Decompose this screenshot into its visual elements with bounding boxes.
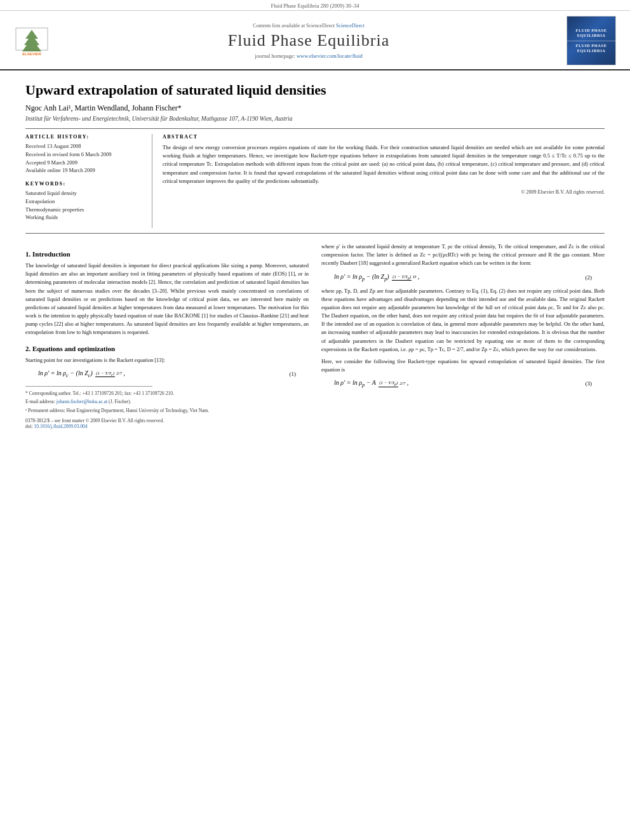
eq1-fraction: (1 − T/Tc) — [95, 370, 115, 377]
article-meta-section: Article history: Received 13 August 2008… — [25, 128, 605, 234]
history-content: Received 13 August 2008 Received in revi… — [25, 142, 142, 175]
eq1-power: (1 − T/Tc) 2/7 — [94, 370, 122, 377]
section1-heading: 1. Introduction — [25, 250, 309, 258]
keyword-2: Extrapolation — [25, 197, 142, 206]
eq3-lhs: ln ρ′ = ln ρp − A — [334, 379, 376, 386]
equation-1-number: (1) — [290, 371, 297, 377]
journal-header: ELSEVIER Contents lists available at Sci… — [0, 11, 630, 70]
article-history: Article history: Received 13 August 2008… — [25, 134, 142, 175]
article-keywords: Keywords: Saturated liquid density Extra… — [25, 181, 142, 222]
received-date: Received 13 August 2008 — [25, 142, 142, 150]
eq1-comma: , — [123, 370, 125, 377]
eq3-fraction: (1 − T/Tp) — [379, 380, 398, 387]
equation-3-content: ln ρ′ = ln ρp − A (1 − T/Tp) 2/7 , — [334, 379, 408, 388]
elsevier-logo-area: ELSEVIER — [13, 25, 51, 57]
journal-title: Fluid Phase Equilibria — [51, 31, 566, 50]
svg-marker-1 — [22, 30, 41, 51]
article-title: Upward extrapolation of saturated liquid… — [25, 82, 605, 98]
journal-cover-area: FLUID PHASEEQUILIBRIA FLUID PHASEEQUILIB… — [566, 16, 617, 65]
equation-1-block: ln ρ′ = ln ρc − (ln Zc) (1 − T/Tc) 2/7 ,… — [38, 370, 296, 378]
issn-doi-bar: 0378-3812/$ – see front matter © 2009 El… — [25, 418, 309, 429]
section2-right-p1: where ρ′ is the saturated liquid density… — [321, 243, 605, 268]
abstract-panel: ABSTRACT The design of new energy conver… — [152, 134, 605, 228]
equation-3-number: (3) — [586, 380, 593, 387]
revised-date: Received in revised form 6 March 2009 — [25, 150, 142, 159]
eq3-comma: , — [407, 379, 409, 386]
section2-heading: 2. Equations and optimization — [25, 345, 309, 352]
equation-3-block: ln ρ′ = ln ρp − A (1 − T/Tp) 2/7 , (3) — [334, 379, 592, 388]
article-affiliation: Institut für Verfahrens- und Energietech… — [25, 116, 605, 122]
journal-homepage-link[interactable]: www.elsevier.com/locate/fluid — [297, 53, 363, 59]
equation-2-content: ln ρ′ = ln ρp − (ln Zp) (1 − T/Tp) D , — [334, 273, 419, 282]
body-right-column: where ρ′ is the saturated liquid density… — [321, 243, 605, 429]
section2-right-p2: where ρp, Tp, D, and Zp are four adjusta… — [321, 287, 605, 354]
keyword-3: Thermodynamic properties — [25, 206, 142, 214]
equation-2-block: ln ρ′ = ln ρp − (ln Zp) (1 − T/Tp) D , (… — [334, 273, 592, 282]
eq1-exponent: 2/7 — [116, 371, 122, 376]
elsevier-logo-icon: ELSEVIER — [13, 25, 51, 57]
eq2-fraction: (1 − T/Tp) — [392, 274, 412, 281]
footnote-email-link[interactable]: johann.fischer@boku.ac.at — [57, 399, 107, 404]
doi-text: doi: 10.1016/j.fluid.2009.03.004 — [25, 423, 309, 429]
online-date: Available online 19 March 2009 — [25, 166, 142, 175]
abstract-label: ABSTRACT — [163, 134, 605, 140]
section2-paragraph1: Starting point for our investigations is… — [25, 356, 309, 364]
eq2-comma: , — [418, 273, 420, 280]
article-info-panel: Article history: Received 13 August 2008… — [25, 134, 152, 228]
journal-title-area: Contents lists available at ScienceDirec… — [51, 23, 566, 59]
article-authors: Ngoc Anh Lai¹, Martin Wendland, Johann F… — [25, 103, 605, 113]
eq2-power: (1 − T/Tp) D — [391, 274, 416, 281]
sciencedirect-link[interactable]: ScienceDirect — [336, 23, 365, 29]
journal-citation: Fluid Phase Equilibria 280 (2009) 30–34 — [0, 0, 630, 11]
main-content: Upward extrapolation of saturated liquid… — [0, 70, 630, 442]
equation-1-content: ln ρ′ = ln ρc − (ln Zc) (1 − T/Tc) 2/7 , — [38, 370, 125, 378]
body-columns: 1. Introduction The knowledge of saturat… — [25, 243, 605, 429]
footnote-1: ¹ Permanent address: Heat Engineering De… — [25, 408, 309, 415]
issn-text: 0378-3812/$ – see front matter © 2009 El… — [25, 418, 309, 423]
section1-paragraph1: The knowledge of saturated liquid densit… — [25, 262, 309, 337]
eq3-power: (1 − T/Tp) 2/7 — [377, 380, 405, 387]
sciencedirect-bar: Contents lists available at ScienceDirec… — [51, 23, 566, 29]
copyright-line: © 2009 Elsevier B.V. All rights reserved… — [163, 189, 605, 195]
accepted-date: Accepted 9 March 2009 — [25, 159, 142, 167]
equation-2-number: (2) — [586, 274, 593, 281]
section2-right-p3: Here, we consider the following five Rac… — [321, 357, 605, 374]
footnote-star: * Corresponding author. Tel.: +43 1 3710… — [25, 390, 309, 397]
eq1-lhs: ln ρ′ = ln ρc − (ln Zc) — [38, 370, 93, 377]
svg-text:ELSEVIER: ELSEVIER — [22, 52, 41, 56]
history-label: Article history: — [25, 134, 142, 140]
eq3-exponent: 2/7 — [399, 381, 405, 386]
eq2-exponent: D — [413, 274, 416, 279]
keywords-content: Saturated liquid density Extrapolation T… — [25, 189, 142, 222]
journal-homepage: journal homepage: www.elsevier.com/locat… — [51, 53, 566, 59]
footnote-rule — [25, 386, 152, 387]
keyword-1: Saturated liquid density — [25, 189, 142, 197]
abstract-text: The design of new energy conversion proc… — [163, 143, 605, 185]
journal-cover-image: FLUID PHASEEQUILIBRIA FLUID PHASEEQUILIB… — [566, 16, 616, 65]
keyword-4: Working fluids — [25, 213, 142, 222]
doi-link[interactable]: 10.1016/j.fluid.2009.03.004 — [34, 423, 88, 429]
body-left-column: 1. Introduction The knowledge of saturat… — [25, 243, 309, 429]
footnote-email: E-mail address: johann.fischer@boku.ac.a… — [25, 399, 309, 406]
eq2-lhs: ln ρ′ = ln ρp − (ln Zp) — [334, 273, 389, 280]
keywords-label: Keywords: — [25, 181, 142, 187]
